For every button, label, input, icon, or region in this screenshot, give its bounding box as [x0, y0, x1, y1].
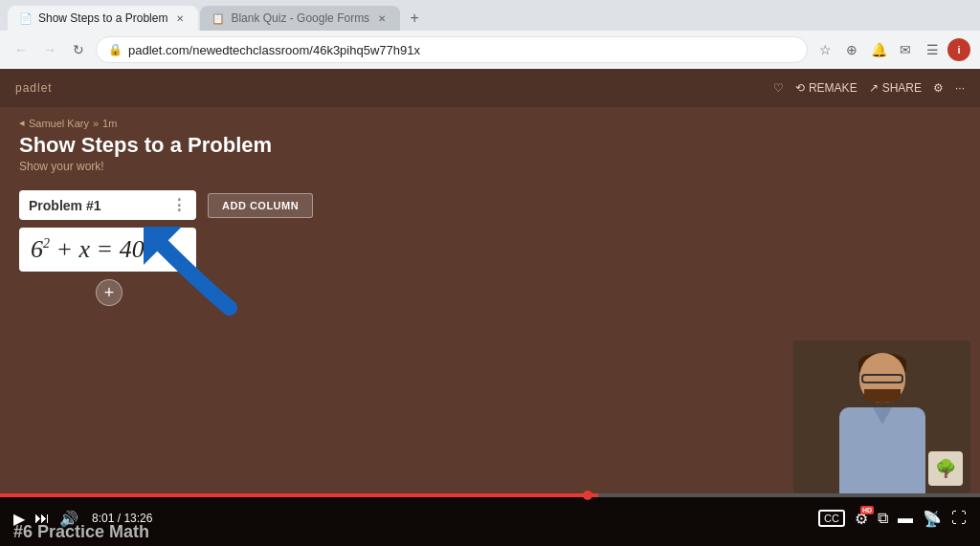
author-separator: »	[93, 118, 99, 129]
bookmark-icon[interactable]: ☆	[813, 38, 836, 61]
progress-handle[interactable]	[583, 491, 592, 500]
more-button[interactable]: ···	[955, 81, 965, 95]
extension-icon4[interactable]: ☰	[921, 38, 944, 61]
toolbar-icons: ☆ ⊕ 🔔 ✉ ☰ i	[813, 38, 970, 61]
video-player-bar: ▶ ⏭ 🔊 8:01 / 13:26 CC ⚙ HD ⧉ ▬ 📡 ⛶ #6 Pr	[0, 493, 980, 546]
share-button[interactable]: ↗ SHARE	[869, 81, 922, 95]
column-name: Problem #1	[29, 198, 171, 213]
page-title: Show Steps to a Problem	[19, 133, 961, 158]
tab-bar: 📄 Show Steps to a Problem ✕ 📋 Blank Quiz…	[0, 0, 980, 31]
hd-badge: HD	[860, 506, 874, 514]
progress-fill	[0, 493, 598, 497]
share-icon: ↗	[869, 81, 879, 95]
heart-icon: ♡	[773, 81, 784, 95]
miniplayer-button[interactable]: ⧉	[878, 510, 888, 527]
column-menu-icon[interactable]: ⋮	[171, 196, 187, 214]
fullscreen-button[interactable]: ⛶	[951, 510, 967, 527]
heart-button[interactable]: ♡	[773, 81, 784, 95]
remake-button[interactable]: ⟲ REMAKE	[795, 81, 858, 95]
padlet-topbar: padlet ♡ ⟲ REMAKE ↗ SHARE ⚙ ···	[0, 69, 980, 107]
time-ago: 1m	[102, 118, 117, 129]
browser-chrome: 📄 Show Steps to a Problem ✕ 📋 Blank Quiz…	[0, 0, 980, 69]
add-column-button[interactable]: ADD COLUMN	[208, 193, 313, 218]
theater-button[interactable]: ▬	[898, 510, 913, 527]
column-header[interactable]: Problem #1 ⋮	[19, 190, 196, 220]
remake-icon: ⟲	[795, 81, 805, 95]
tab-blank-quiz[interactable]: 📋 Blank Quiz - Google Forms ✕	[200, 6, 400, 31]
share-label: SHARE	[882, 81, 922, 95]
settings-button[interactable]: ⚙	[933, 81, 944, 95]
tab-show-steps[interactable]: 📄 Show Steps to a Problem ✕	[8, 6, 198, 31]
teacher-collar	[873, 407, 892, 425]
plus-icon: +	[104, 283, 115, 303]
page-subtitle: Show your work!	[19, 160, 961, 173]
tab1-close[interactable]: ✕	[173, 11, 187, 25]
player-right-controls: CC ⚙ HD ⧉ ▬ 📡 ⛶	[818, 510, 967, 528]
teacher-glasses	[861, 374, 903, 383]
superscript-2: 2	[43, 236, 50, 251]
extension-icon1[interactable]: ⊕	[840, 38, 863, 61]
new-tab-button[interactable]: +	[402, 6, 427, 31]
topbar-right: ♡ ⟲ REMAKE ↗ SHARE ⚙ ···	[773, 81, 965, 95]
address-bar[interactable]: 🔒 padlet.com/newedtechclassroom/46k3pihq…	[96, 36, 808, 63]
video-watermark-logo: 🌳	[928, 451, 963, 486]
forward-button[interactable]: →	[38, 38, 61, 61]
teacher-video-overlay: 🌳	[793, 340, 970, 493]
bottom-text-overlay: #6 Practice Math	[0, 522, 163, 542]
padlet-logo: padlet	[15, 81, 53, 95]
columns-header-row: Problem #1 ⋮ ADD COLUMN	[19, 190, 961, 220]
progress-track[interactable]	[0, 493, 980, 497]
tab2-favicon: 📋	[212, 12, 225, 25]
author-back-arrow: ◂	[19, 117, 25, 129]
extension-icon2[interactable]: 🔔	[867, 38, 890, 61]
gear-icon: ⚙	[933, 81, 944, 95]
padlet-header: ◂ Samuel Kary » 1m Show Steps to a Probl…	[0, 107, 980, 181]
address-text: padlet.com/newedtechclassroom/46k3pihq5w…	[128, 43, 795, 57]
cast-button[interactable]: 📡	[923, 510, 942, 528]
extension-icon3[interactable]: ✉	[894, 38, 917, 61]
tab2-label: Blank Quiz - Google Forms	[231, 11, 369, 25]
math-content: 62 + x = 40	[31, 235, 185, 264]
math-equation-card: 62 + x = 40	[19, 228, 196, 272]
more-icon: ···	[955, 81, 965, 95]
profile-icon[interactable]: i	[947, 38, 970, 61]
add-post-button[interactable]: +	[96, 279, 122, 306]
cc-button[interactable]: CC	[818, 510, 845, 527]
lock-icon: 🔒	[108, 43, 122, 56]
address-bar-row: ← → ↻ 🔒 padlet.com/newedtechclassroom/46…	[0, 31, 980, 69]
tab2-close[interactable]: ✕	[375, 11, 389, 25]
settings-quality-button[interactable]: ⚙ HD	[855, 510, 868, 528]
teacher-beard	[864, 389, 901, 403]
back-button[interactable]: ←	[10, 38, 33, 61]
tab1-favicon: 📄	[19, 12, 33, 25]
reload-button[interactable]: ↻	[67, 38, 90, 61]
padlet-author: ◂ Samuel Kary » 1m	[19, 117, 961, 129]
remake-label: REMAKE	[809, 81, 858, 95]
padlet-content: Problem #1 ⋮ ADD COLUMN 62 + x = 40 +	[0, 181, 980, 316]
tab1-label: Show Steps to a Problem	[38, 11, 167, 25]
author-name: Samuel Kary	[29, 118, 89, 129]
padlet-app: padlet ♡ ⟲ REMAKE ↗ SHARE ⚙ ··· ◂ Sam	[0, 69, 980, 546]
